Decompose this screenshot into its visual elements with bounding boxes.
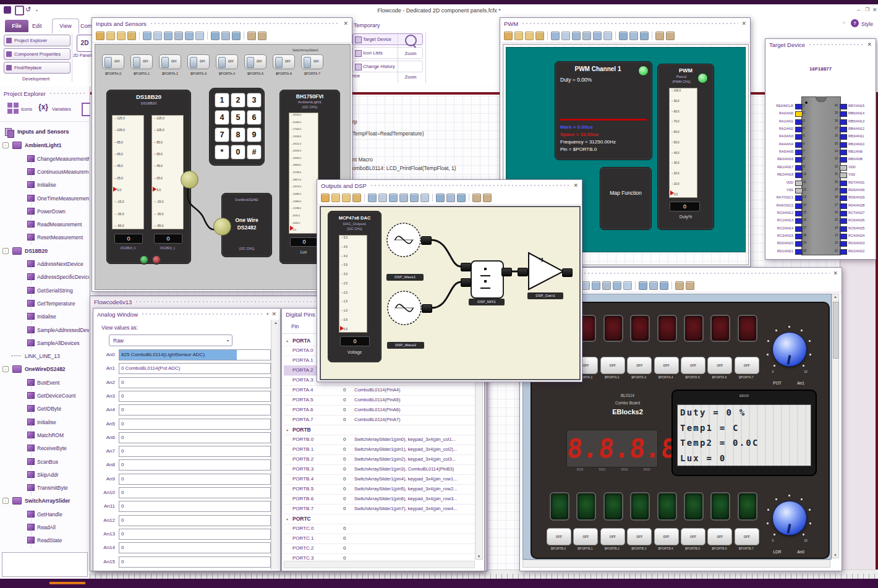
window-titlebar[interactable]: Outputs and DSP ✕ bbox=[317, 180, 582, 191]
close-icon[interactable]: ✕ bbox=[867, 42, 872, 48]
slider-marker[interactable] bbox=[670, 190, 674, 195]
minimize-icon[interactable]: – bbox=[857, 7, 860, 13]
expander-icon[interactable]: ▾ bbox=[286, 339, 288, 343]
scroll-down-icon[interactable]: ▼ bbox=[833, 553, 838, 557]
undo-icon[interactable] bbox=[582, 32, 591, 40]
cursor-icon[interactable] bbox=[321, 194, 330, 202]
open-icon[interactable] bbox=[561, 32, 570, 40]
save-icon[interactable] bbox=[572, 32, 581, 40]
tree-item-powerdown[interactable]: PowerDown bbox=[0, 205, 90, 218]
tree-item-continuousmeasurement[interactable]: ContinuousMeasurement bbox=[0, 166, 90, 179]
close-icon[interactable]: ✕ bbox=[872, 7, 877, 13]
pin-row-porta-7[interactable]: PORTA.70ComboBL0114(PinA7) bbox=[284, 415, 475, 425]
tree-item-initialise[interactable]: Initialise bbox=[0, 310, 90, 323]
analog-value-field-an1[interactable]: 0 ComboBL0114(Pot ADC) bbox=[119, 363, 271, 374]
zoom-out-icon[interactable] bbox=[629, 32, 638, 40]
tree-item-resetmeasurement[interactable]: ResetMeasurement bbox=[0, 231, 90, 244]
scale-slider[interactable]: – 125.0– 105.0– 85.0– 65.0– 45.0– 25.0– … bbox=[151, 115, 184, 229]
analog-value-field-an10[interactable]: 0 bbox=[119, 487, 271, 498]
tree-item-busevent[interactable]: BusEvent bbox=[0, 377, 90, 390]
pin-row-porta-5[interactable]: PORTA.50ComboBL0114(PinA5) bbox=[284, 395, 475, 406]
new-icon[interactable] bbox=[551, 32, 560, 40]
tree-item-changemeasurementmode[interactable]: ChangeMeasurementMode bbox=[0, 153, 90, 166]
analog-value-field-an8[interactable]: 0 bbox=[119, 459, 271, 471]
tree-item-onetimemeasurement[interactable]: OneTimeMeasurement bbox=[0, 192, 90, 205]
icons-tab-icon[interactable] bbox=[7, 103, 19, 114]
restore-icon[interactable]: ❐ bbox=[865, 7, 869, 12]
tree-item-getdevicecount[interactable]: GetDeviceCount bbox=[0, 390, 90, 403]
pin-row-portb-0[interactable]: PORTB.00SwitchArraySlider1(pin0), keypad… bbox=[284, 435, 475, 445]
analog-value-field-an9[interactable]: 0 bbox=[119, 474, 271, 485]
tab-view[interactable]: View bbox=[52, 19, 79, 33]
port-button--porta-5[interactable]: OFF bbox=[681, 357, 705, 374]
input-switch--porta-5[interactable]: OFF bbox=[244, 54, 266, 69]
cursor-icon[interactable] bbox=[504, 32, 513, 40]
scroll-up-icon[interactable]: ▲ bbox=[833, 295, 838, 299]
close-icon[interactable]: ✕ bbox=[833, 271, 838, 276]
copy-icon[interactable] bbox=[525, 32, 534, 40]
slider-marker[interactable] bbox=[113, 187, 117, 192]
tree-group-ds18b20[interactable]: -DS18B20 bbox=[0, 245, 90, 258]
port-button--portb-6[interactable]: OFF bbox=[707, 528, 732, 545]
tree-item-readmeasurement[interactable]: ReadMeasurement bbox=[0, 218, 90, 231]
paste-icon[interactable] bbox=[535, 32, 544, 40]
scroll-thumb[interactable] bbox=[833, 302, 839, 359]
open-icon[interactable] bbox=[153, 32, 162, 40]
expander-icon[interactable]: - bbox=[2, 248, 9, 254]
panel-2d-icon[interactable]: 2D bbox=[77, 35, 93, 52]
zoom-icon[interactable] bbox=[405, 35, 417, 46]
analog-value-field-an4[interactable]: 0 bbox=[119, 404, 271, 415]
keypad-key-1[interactable]: 1 bbox=[215, 93, 229, 108]
pin-row-porta-6[interactable]: PORTA.60ComboBL0114(PinA6) bbox=[284, 405, 475, 415]
analog-value-field-an7[interactable]: 0 bbox=[119, 446, 271, 457]
analog-value-field-an13[interactable]: 0 bbox=[119, 529, 271, 540]
close-icon[interactable]: ✕ bbox=[343, 21, 348, 27]
refresh-icon[interactable] bbox=[603, 32, 612, 40]
port-button--porta-2[interactable]: OFF bbox=[600, 357, 625, 374]
zoom-fit-icon[interactable] bbox=[660, 281, 668, 290]
app-icon[interactable] bbox=[4, 6, 11, 14]
port-button--portb-3[interactable]: OFF bbox=[627, 528, 652, 545]
connector-node[interactable] bbox=[213, 218, 231, 236]
scroll-down-icon[interactable]: ▼ bbox=[475, 555, 482, 558]
cursor-icon[interactable] bbox=[96, 32, 104, 40]
copy-icon[interactable] bbox=[342, 194, 351, 202]
expander-icon[interactable]: ▾ bbox=[286, 517, 288, 521]
tree-item-gethandle[interactable]: GetHandle bbox=[0, 508, 90, 521]
window-titlebar[interactable]: Inputs and Sensors ✕ bbox=[92, 18, 352, 29]
pin-row-portb-5[interactable]: PORTB.50SwitchArraySlider1(pin5), keypad… bbox=[284, 484, 475, 495]
redo-icon[interactable] bbox=[613, 281, 621, 290]
tree-item-readall[interactable]: ReadAll bbox=[0, 521, 90, 534]
style-button[interactable]: Style bbox=[861, 21, 873, 27]
open-icon[interactable] bbox=[378, 194, 387, 202]
save-icon[interactable] bbox=[15, 6, 24, 15]
grid-icon[interactable] bbox=[483, 194, 492, 202]
paste-icon[interactable] bbox=[352, 194, 361, 202]
expander-icon[interactable]: - bbox=[2, 142, 9, 148]
pin-row-portb-6[interactable]: PORTB.60SwitchArraySlider1(pin6), keypad… bbox=[284, 494, 475, 505]
tree-item-skipaddr[interactable]: SkipAddr bbox=[0, 469, 90, 482]
save-icon[interactable] bbox=[592, 281, 600, 290]
horizontal-scrollbar[interactable] bbox=[284, 561, 475, 568]
port-group-portb[interactable]: ▾PORTB bbox=[284, 425, 475, 435]
new-icon[interactable] bbox=[368, 194, 377, 202]
tree-item-initialise[interactable]: Initialise bbox=[0, 416, 90, 429]
zoom-fit-icon[interactable] bbox=[640, 32, 649, 40]
icons-tab-label[interactable]: Icons bbox=[21, 106, 32, 112]
scale-slider[interactable]: – 65536.0– 61440.0– 57344.0– 53248.0– 49… bbox=[289, 113, 318, 234]
pan-icon[interactable] bbox=[106, 32, 115, 40]
camera-icon[interactable] bbox=[247, 32, 256, 40]
redo-icon[interactable] bbox=[185, 32, 194, 40]
port-button--porta-7[interactable]: OFF bbox=[735, 357, 759, 374]
keypad-key-star[interactable]: * bbox=[215, 145, 229, 160]
input-switch--porta-0[interactable]: OFF bbox=[102, 54, 124, 69]
keypad-key-0[interactable]: 0 bbox=[231, 145, 245, 160]
tree-item-readstate[interactable]: ReadState bbox=[0, 534, 90, 547]
paste-icon[interactable] bbox=[127, 32, 136, 40]
undo-icon[interactable] bbox=[602, 281, 611, 290]
analog-value-field-an15[interactable]: 0 bbox=[119, 556, 271, 568]
pin-row-portb-4[interactable]: PORTB.40SwitchArraySlider1(pin4), keypad… bbox=[284, 474, 475, 485]
undo-icon[interactable] bbox=[399, 194, 408, 202]
redo-icon[interactable] bbox=[410, 194, 419, 202]
analog-value-field-an5[interactable]: 0 bbox=[119, 419, 271, 430]
